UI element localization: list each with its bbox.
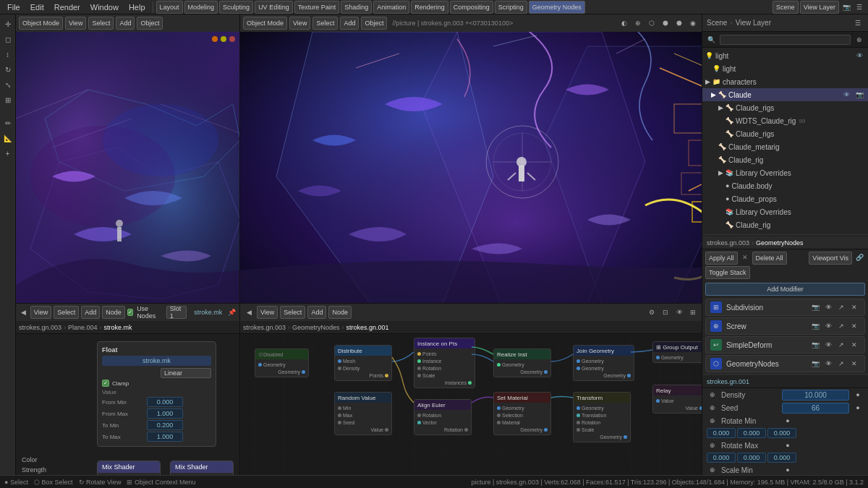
breadcrumb-plane[interactable]: Plane.004 [68,324,98,331]
from-max-value[interactable]: 1.000 [147,408,183,419]
gn-node-6[interactable]: Set Material Geometry Selection Material… [493,392,551,435]
add-modifier-btn[interactable]: Add Modifier [705,283,865,296]
node-left-node[interactable]: Node [102,306,125,319]
menu-window[interactable]: Window [86,1,123,13]
mod2-eye-icon[interactable]: 👁 [822,320,834,332]
viewport-gizmo-icon[interactable]: ⊕ [632,17,644,29]
mod1-delete-icon[interactable]: ✕ [848,301,860,313]
visibility-icon[interactable]: 👁 [854,50,865,61]
gn-node-7[interactable]: Join Geometry Geometry Geometry Geometry [573,345,634,381]
menu-edit[interactable]: Edit [26,1,48,13]
status-select[interactable]: ● Select [4,479,28,486]
mod2-camera-icon[interactable]: 📷 [809,320,821,332]
density-value[interactable]: 10.000 [782,390,849,401]
sidebar-move-icon[interactable]: ↕ [1,48,14,61]
outliner-search-field[interactable] [720,35,851,45]
modifier-subdivision[interactable]: ⊞ Subdivision 📷 👁 ↗ ✕ [705,299,865,316]
mod1-expand-icon[interactable]: ↗ [835,301,847,313]
mod4-eye-icon[interactable]: 👁 [822,358,834,369]
gn-node-4[interactable]: Align Euler Rotation Vector Rotation [414,399,472,435]
viewport-main-add[interactable]: Add [340,17,359,30]
to-min-value[interactable]: 0.200 [147,420,183,430]
rotate-max-anim-icon[interactable]: ● [782,440,793,451]
tab-layout[interactable]: Layout [156,1,183,14]
tree-item-claude-rigs[interactable]: ▶ 🦴 Claude_rigs [702,101,868,114]
node-left-view[interactable]: View [30,306,51,319]
gn-node-output[interactable]: ⊞ Group Output Geometry [652,341,702,363]
tree-item-claude-body[interactable]: ● Claude.body [702,179,868,192]
menu-help[interactable]: Help [124,1,150,13]
scene-selector[interactable]: Scene [773,1,799,14]
tab-geometry-nodes[interactable]: Geometry Nodes [529,1,585,14]
mod4-delete-icon[interactable]: ✕ [848,358,860,369]
tree-item-claude-rigs-2[interactable]: 🦴 Claude_rigs [702,127,868,140]
node-main-settings-icon[interactable]: ⚙ [646,307,658,318]
mod4-expand-icon[interactable]: ↗ [835,358,847,369]
viewport-vis-btn[interactable]: Viewport Vis [809,252,852,265]
tree-item-lib-overrides-2[interactable]: 📚 Library Overrides [702,205,868,218]
claude-camera-icon[interactable]: 📷 [854,89,865,100]
use-nodes-checkbox[interactable]: ✓ [127,309,133,316]
interpolation-dropdown[interactable]: Linear [161,368,211,378]
rotate-max-x[interactable]: 0.000 [707,453,736,463]
delete-all-btn[interactable]: Delete All [752,252,787,265]
mod2-delete-icon[interactable]: ✕ [848,320,860,332]
viewport-main[interactable]: Object Mode View Select Add Object //pic… [240,14,702,303]
node-main-node[interactable]: Node [328,306,352,319]
sidebar-annotate-icon[interactable]: ✏ [1,116,14,129]
sidebar-select-icon[interactable]: ◻ [1,33,14,46]
prop-bc-strokes[interactable]: strokes.gn.003 [707,239,749,247]
filter-outliner-icon[interactable]: ☰ [852,17,864,29]
modifier-geonodes[interactable]: ⬡ GeometryNodes 📷 👁 ↗ ✕ [705,355,865,372]
to-max-value[interactable]: 1.000 [147,432,183,442]
tab-scripting[interactable]: Scripting [495,1,527,14]
tree-item-light-1[interactable]: 💡 light 👁 [702,49,868,62]
node-left-add[interactable]: Add [81,306,100,319]
sidebar-measure-icon[interactable]: 📐 [1,132,14,145]
gn-node-5[interactable]: Realize Inst Geometry Geometry [493,348,551,377]
tree-item-wdts[interactable]: 🦴 WDTS_Claude_rig 99 [702,114,868,127]
tab-texture-paint[interactable]: Texture Paint [294,1,340,14]
apply-all-btn[interactable]: Apply All [705,252,738,265]
rotate-max-z[interactable]: 0.000 [767,453,796,463]
breadcrumb-stroke-mat[interactable]: stroke.mk [104,324,132,331]
scale-min-anim-icon[interactable]: ● [782,464,793,476]
viewport-shading-solid[interactable]: ⬢ [660,17,671,29]
tree-item-lib-overrides[interactable]: ▶ 📚 Library Overrides [702,166,868,179]
tree-item-characters[interactable]: ▶ 📁 characters [702,75,868,88]
claude-eye-icon[interactable]: 👁 [841,89,852,100]
search-icon[interactable]: 🔍 [705,34,717,46]
status-box-select[interactable]: ⬡ Box Select [34,479,73,486]
tab-sculpting[interactable]: Sculpting [219,1,253,14]
render-icon[interactable]: 📷 [841,1,852,13]
rotate-max-y[interactable]: 0.000 [737,453,766,463]
node-main-select[interactable]: Select [280,306,305,319]
modifier-simpledeform[interactable]: ↩ SimpleDeform 📷 👁 ↗ ✕ [705,336,865,354]
sidebar-transform-icon[interactable]: ⊞ [1,93,14,106]
tree-item-claude-rig[interactable]: 🦴 Claude_rig [702,153,868,166]
tab-compositing[interactable]: Compositing [450,1,493,14]
toggle-stack-btn[interactable]: Toggle Stack [705,266,750,279]
apply-all-x-icon[interactable]: ✕ [739,252,751,263]
viewport-left-select[interactable]: Select [88,17,114,30]
clamp-checkbox[interactable]: ✓ [102,380,109,387]
mod1-camera-icon[interactable]: 📷 [809,301,821,313]
outliner-filter-icon[interactable]: ⊕ [854,34,865,46]
tab-shading[interactable]: Shading [341,1,372,14]
slot-selector[interactable]: Slot 1 [166,306,187,319]
tree-item-claude-props[interactable]: ● Claude_props [702,192,868,205]
seed-icon[interactable]: ⊕ [707,402,718,414]
seed-anim-icon[interactable]: ● [852,402,864,414]
prop-bc-geonodes[interactable]: GeometryNodes [756,239,804,247]
viewport-shading-mat[interactable]: ⬣ [673,17,685,29]
node-left-canvas[interactable]: Float stroke.mk Linear ✓ Clamp Value Fro [16,334,239,488]
gn-node-2[interactable]: Instance on Pts Points Instance Rotation… [414,338,475,388]
tab-animation[interactable]: Animation [373,1,409,14]
status-context-menu[interactable]: ⊞ Object Context Menu [127,479,195,486]
viewport-left-canvas[interactable] [16,32,239,303]
bc-geonodes[interactable]: GeometryNodes [292,324,340,331]
mod3-delete-icon[interactable]: ✕ [848,339,860,351]
tab-uv-editing[interactable]: UV Editing [255,1,293,14]
rotate-max-icon[interactable]: ⊕ [707,440,718,451]
mod3-expand-icon[interactable]: ↗ [835,339,847,351]
